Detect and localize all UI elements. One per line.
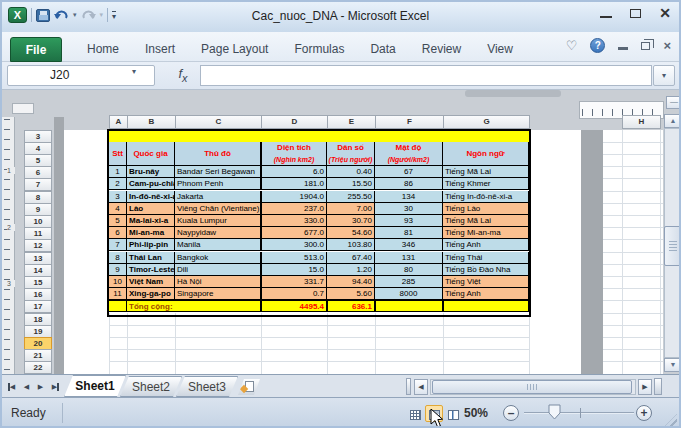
cell-area-row-10[interactable]: 331.7 — [261, 276, 327, 288]
row-header-17[interactable]: 17 — [24, 300, 52, 313]
cell-pop-row-1[interactable]: 0.40 — [327, 166, 375, 178]
row-header-19[interactable]: 19 — [24, 325, 52, 338]
cell-country-row-7[interactable]: Phi-lip-pin — [127, 239, 175, 251]
cell-lang-row-10[interactable]: Tiếng Việt — [443, 276, 529, 288]
tab-split-handle[interactable] — [406, 378, 411, 395]
cell-density-row-1[interactable]: 67 — [375, 166, 443, 178]
row-header-16[interactable]: 16 — [24, 288, 52, 301]
column-header-A[interactable]: A — [109, 115, 128, 129]
sheet-tab-sheet2[interactable]: Sheet2 — [120, 376, 182, 397]
row-header-10[interactable]: 10 — [24, 215, 52, 228]
cell-area-row-7[interactable]: 300.0 — [261, 239, 327, 251]
cell-pop-row-9[interactable]: 1.20 — [327, 264, 375, 276]
cell-pop-row-10[interactable]: 94.40 — [327, 276, 375, 288]
tab-file[interactable]: File — [10, 37, 62, 62]
total-stt[interactable] — [109, 300, 127, 312]
cell-capital-row-1[interactable]: Bandar Seri Begawan — [175, 166, 261, 178]
maximize-icon[interactable] — [630, 9, 641, 18]
tab-formulas[interactable]: Formulas — [281, 37, 357, 62]
column-header-E[interactable]: E — [327, 115, 376, 129]
cell-lang-row-5[interactable]: Tiếng Mã Lai — [443, 215, 529, 227]
cell-country-row-6[interactable]: Mi-an-ma — [127, 227, 175, 239]
cell-pop-row-3[interactable]: 255.50 — [327, 191, 375, 203]
table-header-6[interactable]: Mật độ(Người/km2) — [375, 142, 443, 166]
zoom-slider-thumb[interactable] — [548, 404, 561, 420]
cell-stt-row-4[interactable]: 4 — [109, 203, 127, 215]
tab-data[interactable]: Data — [357, 37, 408, 62]
column-header-B[interactable]: B — [127, 115, 176, 129]
tab-insert[interactable]: Insert — [132, 37, 188, 62]
row-header-15[interactable]: 15 — [24, 276, 52, 289]
heart-icon[interactable]: ♡ — [566, 39, 578, 53]
zoom-slider-track[interactable] — [524, 412, 634, 414]
table-header-3[interactable]: Thủ đô — [175, 142, 261, 166]
cell-density-row-8[interactable]: 131 — [375, 252, 443, 264]
row-header-21[interactable]: 21 — [24, 349, 52, 362]
close-workbook-icon[interactable]: × — [663, 39, 671, 52]
total-pop[interactable]: 636.1 — [327, 300, 375, 312]
customize-qat-icon[interactable]: ▾ — [112, 11, 116, 20]
cell-area-row-4[interactable]: 237.0 — [261, 203, 327, 215]
cell-lang-row-3[interactable]: Tiếng In-đô-nê-xi-a — [443, 191, 529, 203]
row-header-5[interactable]: 5 — [24, 154, 52, 167]
insert-function-icon[interactable]: fx — [170, 66, 196, 85]
cell-country-row-5[interactable]: Ma-lai-xi-a — [127, 215, 175, 227]
close-icon[interactable]: ✕ — [659, 6, 671, 20]
cell-density-row-6[interactable]: 81 — [375, 227, 443, 239]
cell-area-row-2[interactable]: 181.0 — [261, 178, 327, 190]
sheet-tab-sheet3[interactable]: Sheet3 — [176, 376, 238, 397]
sheet-tab-sheet1[interactable]: Sheet1 — [64, 375, 126, 397]
cell-country-row-3[interactable]: In-đô-nê-xi-a — [127, 191, 175, 203]
row-header-6[interactable]: 6 — [24, 166, 52, 179]
help-icon[interactable]: ? — [590, 38, 605, 53]
total-label[interactable]: Tổng cộng: — [127, 300, 261, 312]
vertical-scrollbar-thumb[interactable] — [664, 226, 679, 266]
cell-country-row-9[interactable]: Timor-Leste — [127, 264, 175, 276]
hscroll-right-icon[interactable]: ▶ — [638, 379, 652, 395]
cell-lang-row-1[interactable]: Tiếng Mã Lai — [443, 166, 529, 178]
cell-area-row-6[interactable]: 677.0 — [261, 227, 327, 239]
cell-density-row-3[interactable]: 134 — [375, 191, 443, 203]
scroll-down-icon[interactable]: ▼ — [664, 358, 679, 372]
cell-country-row-4[interactable]: Lào — [127, 203, 175, 215]
cell-density-row-5[interactable]: 93 — [375, 215, 443, 227]
zoom-in-button[interactable]: + — [636, 405, 652, 421]
cell-stt-row-10[interactable]: 10 — [109, 276, 127, 288]
cell-capital-row-6[interactable]: Naypyidaw — [175, 227, 261, 239]
split-handle[interactable]: — — [666, 96, 679, 109]
table-header-1[interactable]: Stt — [109, 142, 127, 166]
cell-density-row-7[interactable]: 346 — [375, 239, 443, 251]
expand-formula-bar-icon[interactable]: ▾ — [653, 65, 675, 86]
cell-stt-row-11[interactable]: 11 — [109, 288, 127, 300]
undo-dropdown-icon[interactable]: ▾ — [73, 10, 77, 20]
tab-review[interactable]: Review — [409, 37, 474, 62]
tab-scroll-prev-icon[interactable]: ◀ — [20, 379, 33, 394]
cell-lang-row-4[interactable]: Tiếng Lào — [443, 203, 529, 215]
cell-pop-row-7[interactable]: 103.80 — [327, 239, 375, 251]
cell-country-row-8[interactable]: Thái Lan — [127, 252, 175, 264]
scroll-up-icon[interactable]: ▲ — [664, 114, 679, 128]
cell-lang-row-9[interactable]: Tiếng Bồ Đào Nha — [443, 264, 529, 276]
cell-pop-row-5[interactable]: 30.70 — [327, 215, 375, 227]
table-header-2[interactable]: Quốc gia — [127, 142, 175, 166]
column-header-C[interactable]: C — [175, 115, 262, 129]
total-lang[interactable] — [443, 300, 529, 312]
restore-workbook-icon[interactable] — [641, 42, 650, 50]
tab-view[interactable]: View — [474, 37, 526, 62]
cell-density-row-10[interactable]: 285 — [375, 276, 443, 288]
scrollbar-split-handle[interactable] — [654, 378, 662, 395]
row-header-7[interactable]: 7 — [24, 178, 52, 191]
cell-pop-row-11[interactable]: 5.60 — [327, 288, 375, 300]
cell-country-row-1[interactable]: Bru-nây — [127, 166, 175, 178]
formula-input[interactable] — [200, 65, 652, 86]
tab-scroll-first-icon[interactable]: ◀ — [6, 379, 19, 394]
row-header-11[interactable]: 11 — [24, 227, 52, 240]
cell-area-row-9[interactable]: 15.0 — [261, 264, 327, 276]
cell-area-row-8[interactable]: 513.0 — [261, 252, 327, 264]
cell-lang-row-8[interactable]: Tiếng Thái — [443, 252, 529, 264]
minimize-workbook-icon[interactable] — [618, 47, 628, 50]
minimize-icon[interactable] — [600, 16, 612, 18]
total-area[interactable]: 4495.4 — [261, 300, 327, 312]
zoom-level[interactable]: 50% — [464, 406, 488, 420]
cell-country-row-2[interactable]: Cam-pu-chia — [127, 178, 175, 190]
